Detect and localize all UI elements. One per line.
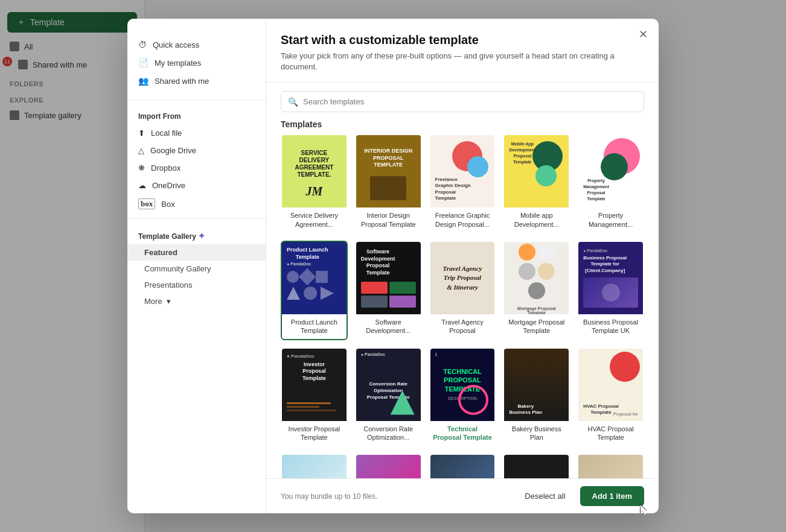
template-card-2[interactable]: INTERIOR DESIGNPROPOSALTEMPLATE Interior… (355, 134, 422, 233)
sidebar-onedrive[interactable]: ☁ OneDrive (127, 177, 266, 194)
google-drive-icon: △ (138, 146, 144, 155)
sidebar-local-file[interactable]: ⬆ Local file (127, 124, 266, 142)
template-card-9[interactable]: Mortgage ProposalTemplate Mortgage Propo… (503, 241, 570, 340)
template-card-13[interactable]: 1 TECHNICALPROPOSALTEMPLATEDESCRIPTION T… (429, 347, 496, 447)
search-input[interactable] (281, 91, 644, 112)
template-card-16[interactable] (281, 454, 348, 478)
search-icon: 🔍 (288, 97, 298, 107)
template-name-3: Freelance Graphic Design Proposal... (430, 207, 495, 232)
template-card-14[interactable]: BakeryBusiness Plan Bakery Business Plan (503, 347, 570, 447)
sidebar-box[interactable]: box Box (127, 194, 266, 214)
template-thumb-7: SoftwareDevelopmentProposalTemplate (356, 242, 421, 314)
deselect-all-button[interactable]: Deselect all (517, 487, 572, 505)
template-card-7[interactable]: SoftwareDevelopmentProposalTemplate Soft… (355, 241, 422, 340)
modal-subtitle: Take your pick from any of these pre-bui… (281, 51, 644, 72)
sidebar-divider-2 (127, 218, 266, 219)
sparkle-icon: ✦ (198, 231, 205, 241)
template-card-20[interactable] (577, 454, 644, 478)
template-card-4[interactable]: Mobile AppDevelopmentProposalTemplate Mo… (503, 134, 570, 233)
template-thumb-12: ● PandaDoc Conversion RateOptimizationPr… (356, 349, 421, 421)
template-thumb-6: Product LaunchTemplate ● PandaDoc (282, 242, 347, 314)
templates-grid-container: SERVICEDELIVERYAGREEMENTTEMPLATE. JM Ser… (266, 134, 659, 478)
template-name-2: Interior Design Proposal Template (356, 207, 421, 232)
template-thumb-11: ● PandaDoc InvestorProposalTemplate (282, 349, 347, 421)
template-card-19[interactable] (503, 454, 570, 478)
dropbox-icon: ❋ (138, 163, 145, 173)
import-heading: Import From (127, 105, 266, 124)
template-name-9: Mortgage Proposal Template (504, 314, 569, 339)
template-thumb-17 (356, 455, 421, 478)
template-thumb-5: PropertyManagementProposalTemplate (578, 135, 643, 207)
template-name-8: Travel Agency Proposal (430, 314, 495, 339)
modal-sidebar: ⏱ Quick access 📄 My templates 👥 Shared w… (127, 19, 266, 513)
search-bar: 🔍 (281, 91, 644, 112)
template-thumb-19 (504, 455, 569, 478)
template-name-12: Conversion Rate Optimization... (356, 421, 421, 446)
my-templates-icon: 📄 (138, 58, 149, 68)
template-name-7: Software Development... (356, 314, 421, 339)
template-thumb-10: ● PandaDoc Business ProposalTemplate for… (578, 242, 643, 314)
modal-footer: You may bundle up to 10 files. Deselect … (266, 478, 659, 513)
quick-access-icon: ⏱ (138, 40, 147, 49)
template-thumb-1: SERVICEDELIVERYAGREEMENTTEMPLATE. JM (282, 135, 347, 207)
template-name-5: Property Management... (578, 207, 643, 232)
template-modal: ⏱ Quick access 📄 My templates 👥 Shared w… (127, 19, 659, 513)
sidebar-quick-access[interactable]: ⏱ Quick access (127, 36, 266, 54)
template-card-11[interactable]: ● PandaDoc InvestorProposalTemplate Inve… (281, 347, 348, 447)
template-name-6: Product Launch Template (282, 314, 347, 339)
template-name-1: Service Delivery Agreement... (282, 207, 347, 232)
footer-note: You may bundle up to 10 files. (281, 492, 377, 501)
template-name-13: Technical Proposal Template (430, 421, 495, 446)
template-thumb-8: Travel AgencyTrip Proposal& Itinerary (430, 242, 495, 314)
box-icon: box (138, 198, 155, 209)
template-thumb-13: 1 TECHNICALPROPOSALTEMPLATEDESCRIPTION (430, 349, 495, 421)
close-button[interactable]: ✕ (634, 26, 651, 43)
chevron-down-icon: ▾ (167, 297, 171, 306)
template-card-18[interactable] (429, 454, 496, 478)
template-card-1[interactable]: SERVICEDELIVERYAGREEMENTTEMPLATE. JM Ser… (281, 134, 348, 233)
template-name-15: HVAC Proposal Template (578, 421, 643, 446)
sidebar-my-templates[interactable]: 📄 My templates (127, 54, 266, 72)
modal-main-content: Start with a customizable template Take … (266, 19, 659, 513)
template-name-11: Investor Proposal Template (282, 421, 347, 446)
sidebar-featured[interactable]: Featured (127, 244, 266, 261)
templates-section-label: Templates (266, 112, 659, 134)
templates-grid: SERVICEDELIVERYAGREEMENTTEMPLATE. JM Ser… (281, 134, 644, 478)
sidebar-dropbox[interactable]: ❋ Dropbox (127, 159, 266, 177)
add-item-button[interactable]: Add 1 item (580, 486, 644, 506)
template-card-5[interactable]: PropertyManagementProposalTemplate Prope… (577, 134, 644, 233)
template-name-4: Mobile app Development... (504, 207, 569, 232)
template-thumb-16 (282, 455, 347, 478)
template-card-6[interactable]: Product LaunchTemplate ● PandaDoc (281, 241, 348, 340)
gallery-heading: Template Gallery ✦ (127, 224, 266, 244)
template-name-14: Bakery Business Plan (504, 421, 569, 446)
sidebar-presentations[interactable]: Presentations (127, 277, 266, 293)
shared-with-me-icon: 👥 (138, 76, 149, 86)
template-card-8[interactable]: Travel AgencyTrip Proposal& Itinerary Tr… (429, 241, 496, 340)
template-thumb-14: BakeryBusiness Plan (504, 349, 569, 421)
template-thumb-2: INTERIOR DESIGNPROPOSALTEMPLATE (356, 135, 421, 207)
template-thumb-20 (578, 455, 643, 478)
sidebar-shared-with-me[interactable]: 👥 Shared with me (127, 72, 266, 90)
template-thumb-18 (430, 455, 495, 478)
onedrive-icon: ☁ (138, 181, 146, 190)
template-thumb-15: HVAC ProposalTemplate Proposal for (578, 349, 643, 421)
template-card-15[interactable]: HVAC ProposalTemplate Proposal for HVAC … (577, 347, 644, 447)
sidebar-more[interactable]: More ▾ (127, 293, 266, 309)
footer-actions: Deselect all Add 1 item (517, 486, 644, 506)
modal-header: Start with a customizable template Take … (266, 19, 659, 83)
template-card-12[interactable]: ● PandaDoc Conversion RateOptimizationPr… (355, 347, 422, 447)
modal-overlay: ⏱ Quick access 📄 My templates 👥 Shared w… (0, 0, 786, 532)
template-thumb-3: FreelanceGraphic DesignProposalTemplate (430, 135, 495, 207)
template-card-10[interactable]: ● PandaDoc Business ProposalTemplate for… (577, 241, 644, 340)
local-file-icon: ⬆ (138, 128, 145, 138)
sidebar-google-drive[interactable]: △ Google Drive (127, 142, 266, 159)
template-name-10: Business Proposal Template UK (578, 314, 643, 339)
modal-title: Start with a customizable template (281, 33, 644, 47)
sidebar-community-gallery[interactable]: Community Gallery (127, 261, 266, 277)
template-thumb-4: Mobile AppDevelopmentProposalTemplate (504, 135, 569, 207)
template-card-17[interactable] (355, 454, 422, 478)
template-thumb-9: Mortgage ProposalTemplate (504, 242, 569, 314)
template-card-3[interactable]: FreelanceGraphic DesignProposalTemplate … (429, 134, 496, 233)
sidebar-divider-1 (127, 100, 266, 100)
